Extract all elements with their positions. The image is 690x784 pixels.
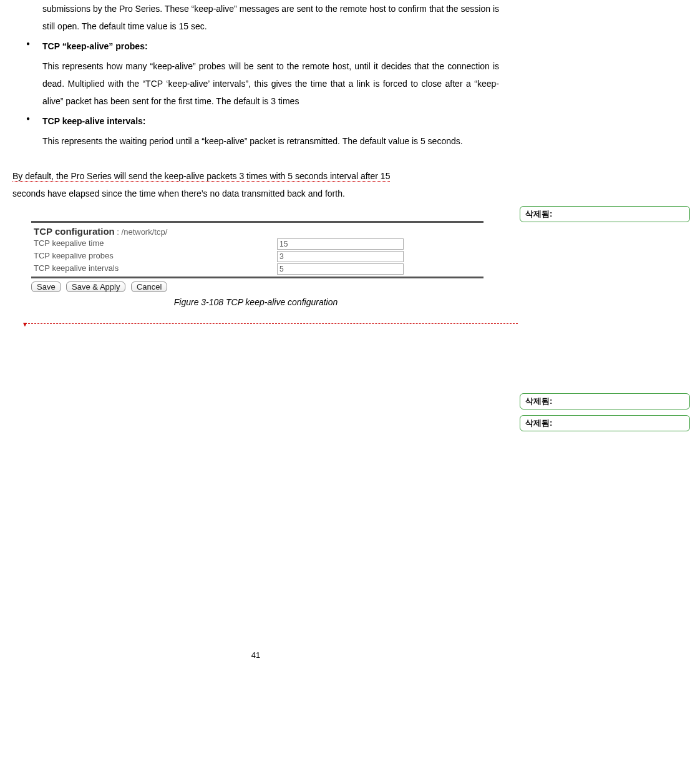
comment2-label: 삭제됨: (525, 396, 552, 406)
comment-bubble-2: 삭제됨: (520, 393, 690, 409)
intro-paragraph: submissions by the Pro Series. These “ke… (42, 0, 499, 35)
bullet1-title: TCP “keep-alive” probes: (42, 37, 499, 55)
row1-label: TCP keepalive probes (34, 251, 277, 262)
figure-caption: Figure 3-108 TCP keep-alive configuratio… (12, 297, 499, 307)
bullet1-body: This represents how many “keep-alive” pr… (42, 57, 499, 110)
row2-input[interactable] (277, 263, 404, 275)
save-apply-button[interactable]: Save & Apply (66, 282, 125, 292)
comment-bubble-3: 삭제됨: (520, 415, 690, 431)
tracked-change-marker: ▼ (12, 325, 499, 326)
row0-label: TCP keepalive time (34, 238, 277, 250)
row0-input[interactable] (277, 238, 404, 250)
figure-heading: TCP configuration (34, 226, 115, 237)
track-dashed-line (25, 323, 518, 324)
summary-paragraph: By default, the Pro Series will send the… (12, 167, 499, 202)
page-number: 41 (12, 650, 499, 660)
row2-label: TCP keepalive intervals (34, 263, 277, 275)
summary-line1: By default, the Pro Series will send the… (12, 171, 390, 182)
figure-tcp-config: TCP configuration : /network/tcp/ TCP ke… (31, 221, 499, 278)
save-button[interactable]: Save (31, 282, 61, 292)
bullet2-title: TCP keep-alive intervals: (42, 112, 499, 130)
row1-input[interactable] (277, 251, 404, 262)
track-arrow-icon: ▼ (22, 321, 28, 328)
comment3-label: 삭제됨: (525, 418, 552, 428)
bullet2-body: This represents the waiting period until… (42, 132, 499, 150)
comment1-label: 삭제됨: (525, 209, 552, 218)
summary-line2: seconds have elapsed since the time when… (12, 189, 345, 198)
cancel-button[interactable]: Cancel (131, 282, 167, 292)
figure-path: : /network/tcp/ (115, 227, 168, 237)
comment-bubble-1: 삭제됨: (520, 206, 690, 222)
